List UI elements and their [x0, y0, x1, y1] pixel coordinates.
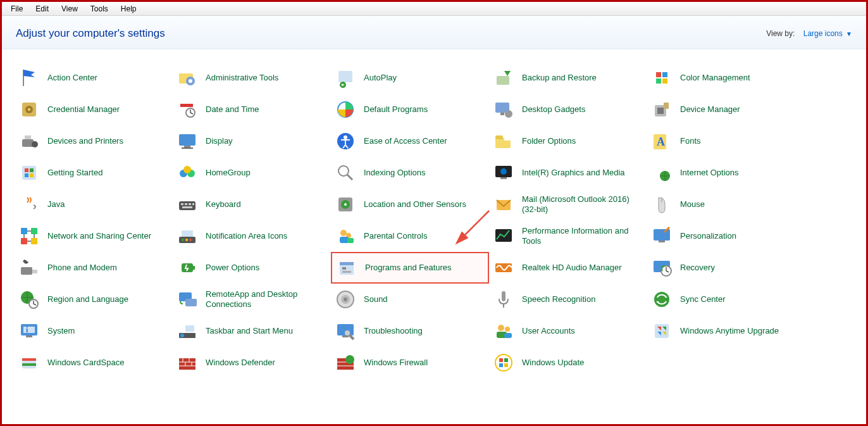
- safe-box-icon: [18, 99, 40, 120]
- cpl-item-administrative-tools[interactable]: Administrative Tools: [173, 62, 331, 94]
- cpl-item-mouse[interactable]: Mouse: [647, 189, 805, 220]
- system-monitor-icon: i: [18, 320, 40, 342]
- cpl-item-label: Speech Recognition: [522, 294, 595, 304]
- svg-rect-57: [189, 203, 191, 205]
- cardspace-icon: [18, 352, 40, 373]
- cpl-item-date-and-time[interactable]: Date and Time: [173, 94, 331, 125]
- view-by-value[interactable]: Large icons: [803, 29, 843, 38]
- menu-view[interactable]: View: [55, 3, 84, 15]
- folder-icon: [493, 130, 514, 152]
- cpl-item-remoteapp-and-desktop-connections[interactable]: RemoteApp and Desktop Connections: [173, 284, 331, 315]
- cpl-item-getting-started[interactable]: Getting Started: [15, 157, 173, 189]
- menu-bar: FileEditViewToolsHelp: [2, 2, 866, 16]
- svg-rect-80: [21, 267, 32, 275]
- cpl-item-label: Phone and Modem: [47, 263, 117, 273]
- anytime-upgrade-icon: [651, 320, 673, 342]
- cpl-item-java[interactable]: Java: [15, 189, 173, 220]
- cpl-item-label: Backup and Restore: [522, 73, 597, 83]
- cpl-item-label: Mail (Microsoft Outlook 2016) (32-bit): [522, 194, 643, 214]
- cpl-item-windows-update[interactable]: Windows Update: [489, 347, 647, 379]
- cpl-item-user-accounts[interactable]: User Accounts: [489, 315, 647, 347]
- menu-tools[interactable]: Tools: [84, 3, 115, 15]
- cpl-item-indexing-options[interactable]: Indexing Options: [331, 157, 489, 189]
- cpl-item-label: Fonts: [680, 136, 701, 146]
- recovery-clock-icon: [651, 257, 673, 279]
- cpl-item-ease-of-access-center[interactable]: Ease of Access Center: [331, 125, 489, 157]
- cpl-item-personalization[interactable]: Personalization: [647, 220, 805, 252]
- network-blocks-icon: [18, 225, 40, 247]
- location-sensor-icon: [335, 194, 356, 215]
- cpl-item-recovery[interactable]: Recovery: [647, 252, 805, 284]
- cpl-item-default-programs[interactable]: Default Programs: [331, 94, 489, 125]
- menu-file[interactable]: File: [4, 3, 29, 15]
- cpl-item-realtek-hd-audio-manager[interactable]: Realtek HD Audio Manager: [489, 252, 647, 284]
- cpl-item-homegroup[interactable]: HomeGroup: [173, 157, 331, 189]
- cpl-item-internet-options[interactable]: Internet Options: [647, 157, 805, 189]
- cpl-item-sound[interactable]: Sound: [331, 284, 489, 315]
- cpl-item-devices-and-printers[interactable]: Devices and Printers: [15, 125, 173, 157]
- svg-point-46: [183, 166, 191, 173]
- cpl-item-parental-controls[interactable]: Parental Controls: [331, 220, 489, 252]
- perf-chart-icon: [493, 225, 514, 247]
- cpl-item-location-and-other-sensors[interactable]: Location and Other Sensors: [331, 189, 489, 220]
- cpl-item-windows-defender[interactable]: Windows Defender: [173, 347, 331, 379]
- cpl-item-notification-area-icons[interactable]: Notification Area Icons: [173, 220, 331, 252]
- svg-rect-49: [500, 177, 507, 179]
- cpl-item-folder-options[interactable]: Folder Options: [489, 125, 647, 157]
- phone-modem-icon: [18, 257, 40, 279]
- cpl-item-sync-center[interactable]: Sync Center: [647, 284, 805, 315]
- cpl-item-fonts[interactable]: AFonts: [647, 125, 805, 157]
- svg-rect-81: [32, 270, 37, 273]
- cpl-item-desktop-gadgets[interactable]: Desktop Gadgets: [489, 94, 647, 125]
- cpl-item-taskbar-and-start-menu[interactable]: Taskbar and Start Menu: [173, 315, 331, 347]
- cpl-item-label: Getting Started: [47, 168, 102, 178]
- cpl-item-color-management[interactable]: Color Management: [647, 62, 805, 94]
- svg-point-110: [345, 330, 350, 335]
- svg-rect-42: [25, 173, 28, 177]
- svg-rect-109: [342, 335, 349, 337]
- cpl-item-action-center[interactable]: Action Center: [15, 62, 173, 94]
- cpl-item-label: HomeGroup: [206, 168, 251, 178]
- cpl-item-troubleshooting[interactable]: Troubleshooting: [331, 315, 489, 347]
- homegroup-icon: [177, 162, 198, 184]
- svg-point-111: [498, 325, 504, 331]
- svg-rect-69: [182, 230, 193, 237]
- cpl-item-display[interactable]: Display: [173, 125, 331, 157]
- cpl-item-programs-and-features[interactable]: Programs and Features: [331, 252, 489, 284]
- svg-point-14: [28, 108, 30, 111]
- svg-point-72: [189, 239, 192, 241]
- svg-rect-83: [193, 266, 195, 270]
- cpl-item-performance-information-and-tools[interactable]: Performance Information and Tools: [489, 220, 647, 252]
- cpl-item-phone-and-modem[interactable]: Phone and Modem: [15, 252, 173, 284]
- cpl-item-backup-and-restore[interactable]: Backup and Restore: [489, 62, 647, 94]
- svg-rect-16: [180, 104, 193, 107]
- cpl-item-windows-firewall[interactable]: Windows Firewall: [331, 347, 489, 379]
- menu-edit[interactable]: Edit: [29, 3, 55, 15]
- svg-text:A: A: [657, 135, 665, 148]
- cpl-item-network-and-sharing-center[interactable]: Network and Sharing Center: [15, 220, 173, 252]
- audio-wave-icon: [493, 257, 514, 279]
- menu-help[interactable]: Help: [115, 3, 143, 15]
- cpl-item-label: AutoPlay: [364, 73, 397, 83]
- cpl-item-mail-microsoft-outlook-2016-32-bit[interactable]: Mail (Microsoft Outlook 2016) (32-bit): [489, 189, 647, 220]
- cpl-item-label: Devices and Printers: [47, 136, 123, 146]
- cpl-item-windows-cardspace[interactable]: Windows CardSpace: [15, 347, 173, 379]
- svg-rect-25: [664, 103, 669, 109]
- cpl-item-power-options[interactable]: Power Options: [173, 252, 331, 284]
- svg-rect-11: [662, 78, 667, 84]
- svg-rect-8: [656, 72, 661, 77]
- cpl-item-device-manager[interactable]: Device Manager: [647, 94, 805, 125]
- cpl-item-system[interactable]: iSystem: [15, 315, 173, 347]
- view-by-control[interactable]: View by: Large icons ▼: [766, 29, 852, 38]
- cpl-item-intel-r-graphics-and-media[interactable]: Intel(R) Graphics and Media: [489, 157, 647, 189]
- cpl-item-region-and-language[interactable]: Region and Language: [15, 284, 173, 315]
- cpl-item-keyboard[interactable]: Keyboard: [173, 189, 331, 220]
- flag-blue-icon: [18, 67, 40, 89]
- cpl-item-windows-anytime-upgrade[interactable]: Windows Anytime Upgrade: [647, 315, 805, 347]
- svg-rect-86: [342, 267, 346, 270]
- cpl-item-speech-recognition[interactable]: Speech Recognition: [489, 284, 647, 315]
- cpl-item-label: Sound: [364, 294, 388, 304]
- svg-rect-54: [179, 201, 195, 210]
- cpl-item-credential-manager[interactable]: Credential Manager: [15, 94, 173, 125]
- cpl-item-autoplay[interactable]: AutoPlay: [331, 62, 489, 94]
